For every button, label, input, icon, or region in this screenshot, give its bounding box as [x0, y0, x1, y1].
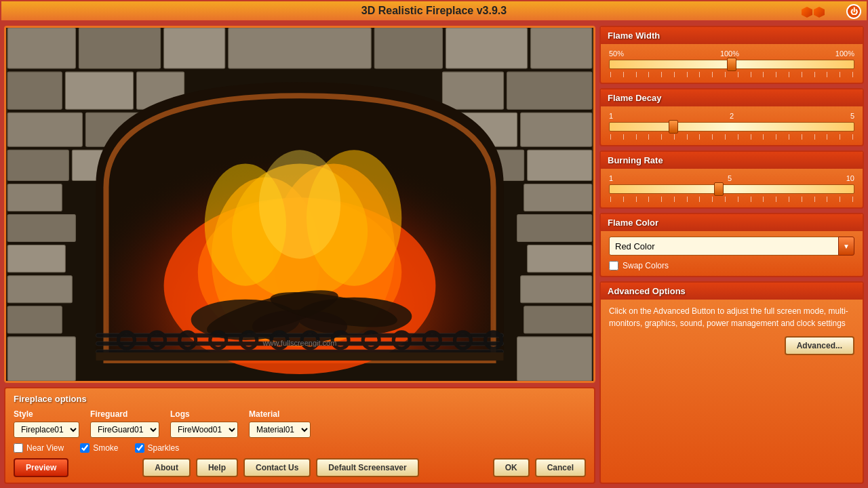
sparkles-item: Sparkles	[135, 443, 180, 453]
svg-point-40	[259, 150, 340, 258]
flame-decay-min: 1	[609, 112, 613, 120]
svg-rect-20	[528, 150, 592, 180]
near-view-checkbox[interactable]	[14, 443, 23, 453]
app-title: 3D Realistic Fireplace v3.9.3	[361, 5, 507, 17]
burning-rate-mid: 5	[728, 174, 732, 182]
smoke-label: Smoke	[93, 443, 118, 453]
near-view-item: Near View	[14, 443, 64, 453]
right-buttons: OK Cancel	[493, 458, 586, 477]
contact-us-button[interactable]: Contact Us	[243, 458, 311, 477]
left-panel: www.fullscreengit.com Fireplace options …	[4, 26, 595, 484]
burning-rate-section: Burning Rate 1 5 10	[599, 150, 864, 209]
burning-rate-labels: 1 5 10	[609, 174, 854, 182]
logs-select[interactable]: FireWood01 FireWood02	[170, 422, 238, 438]
svg-rect-29	[528, 245, 592, 272]
bottom-buttons-row: Preview About Help Contact Us Default Sc…	[14, 458, 586, 477]
color-dropdown-arrow[interactable]: ▼	[838, 237, 854, 256]
fireplace-scene: www.fullscreengit.com	[6, 28, 593, 381]
close-button[interactable]: ⏻	[846, 4, 861, 19]
fireplace-container: www.fullscreengit.com	[4, 26, 595, 383]
default-screensaver-button[interactable]: Default Screensaver	[316, 458, 418, 477]
swap-colors-row: Swap Colors	[609, 261, 854, 270]
cancel-button[interactable]: Cancel	[535, 458, 586, 477]
svg-rect-25	[7, 306, 62, 333]
center-buttons: About Help Contact Us Default Screensave…	[142, 458, 418, 477]
svg-rect-2	[79, 28, 160, 68]
svg-rect-27	[524, 184, 592, 211]
svg-rect-3	[164, 28, 225, 68]
about-button[interactable]: About	[142, 458, 191, 477]
svg-rect-28	[517, 215, 592, 242]
svg-rect-31	[524, 306, 592, 333]
fireguard-label: Fireguard	[90, 409, 159, 419]
flame-decay-max: 5	[850, 112, 854, 120]
stone-arch-svg	[6, 28, 593, 381]
flame-width-header: Flame Width	[601, 27, 863, 44]
burning-rate-max: 10	[846, 174, 854, 182]
svg-rect-5	[374, 28, 442, 68]
flame-color-section: Flame Color Red Color Blue Color Green C…	[599, 213, 864, 277]
help-button[interactable]: Help	[196, 458, 238, 477]
dropdowns-row: Style Fireplace01 Fireplace02 Fireplace0…	[14, 409, 586, 438]
svg-rect-6	[446, 28, 527, 68]
flame-decay-labels: 1 2 5	[609, 112, 854, 120]
burning-rate-header: Burning Rate	[601, 152, 863, 169]
svg-rect-1	[7, 28, 75, 68]
logo-hex-1	[802, 7, 812, 18]
near-view-label: Near View	[26, 443, 64, 453]
ok-button[interactable]: OK	[493, 458, 530, 477]
preview-button[interactable]: Preview	[14, 458, 68, 477]
style-group: Style Fireplace01 Fireplace02 Fireplace0…	[14, 409, 79, 438]
svg-rect-11	[442, 72, 503, 109]
swap-colors-checkbox[interactable]	[609, 261, 618, 270]
advanced-options-section: Advanced Options Click on the Advanced B…	[599, 281, 864, 484]
svg-rect-8	[7, 72, 62, 109]
svg-rect-23	[7, 245, 65, 272]
color-select-wrapper: Red Color Blue Color Green Color White C…	[609, 237, 854, 256]
flame-width-max: 100%	[835, 49, 854, 58]
smoke-checkbox[interactable]	[80, 443, 90, 453]
flame-decay-slider[interactable]	[609, 121, 854, 132]
flame-color-row: Red Color Blue Color Green Color White C…	[609, 237, 854, 256]
svg-rect-47	[96, 342, 503, 346]
swap-colors-label: Swap Colors	[623, 261, 669, 270]
burning-rate-min: 1	[609, 174, 613, 182]
svg-rect-4	[229, 28, 371, 68]
advanced-btn-wrapper: Advanced...	[609, 336, 854, 355]
options-panel: Fireplace options Style Fireplace01 Fire…	[4, 387, 595, 484]
material-group: Material Material01 Material02	[249, 409, 311, 438]
flame-width-section: Flame Width 50% 100% 100%	[599, 26, 864, 84]
sparkles-checkbox[interactable]	[135, 443, 144, 453]
smoke-item: Smoke	[80, 443, 118, 453]
svg-rect-9	[65, 72, 133, 109]
flame-color-header: Flame Color	[601, 214, 863, 231]
svg-rect-16	[521, 113, 592, 146]
style-select[interactable]: Fireplace01 Fireplace02 Fireplace03	[14, 422, 79, 438]
svg-rect-7	[531, 28, 592, 68]
logo-hex-2	[814, 7, 825, 18]
flame-width-slider[interactable]	[609, 59, 854, 70]
svg-rect-17	[7, 150, 68, 180]
material-select[interactable]: Material01 Material02	[249, 422, 311, 438]
burning-rate-slider[interactable]	[609, 184, 854, 195]
flame-decay-header: Flame Decay	[601, 89, 863, 106]
logs-label: Logs	[170, 409, 238, 419]
advanced-button[interactable]: Advanced...	[785, 336, 854, 355]
svg-rect-24	[7, 276, 72, 303]
advanced-description: Click on the Advanced Button to adjust t…	[609, 305, 854, 329]
flame-width-mid: 100%	[720, 49, 739, 58]
right-panel: Flame Width 50% 100% 100% Flame Decay 1	[599, 26, 864, 484]
title-bar: 3D Realistic Fireplace v3.9.3 ⏻	[0, 0, 868, 22]
svg-rect-62	[96, 352, 503, 361]
advanced-options-header: Advanced Options	[601, 283, 863, 300]
flame-color-select[interactable]: Red Color Blue Color Green Color White C…	[609, 237, 844, 256]
svg-rect-30	[521, 276, 592, 303]
flame-decay-mid: 2	[730, 112, 734, 120]
flame-width-labels: 50% 100% 100%	[609, 49, 854, 58]
fireguard-group: Fireguard FireGuard01 FireGuard02	[90, 409, 159, 438]
burning-rate-ticks	[609, 197, 854, 202]
fireguard-select[interactable]: FireGuard01 FireGuard02	[90, 422, 159, 438]
app-logo	[802, 3, 842, 22]
sparkles-label: Sparkles	[148, 443, 180, 453]
flame-width-min: 50%	[609, 49, 624, 58]
